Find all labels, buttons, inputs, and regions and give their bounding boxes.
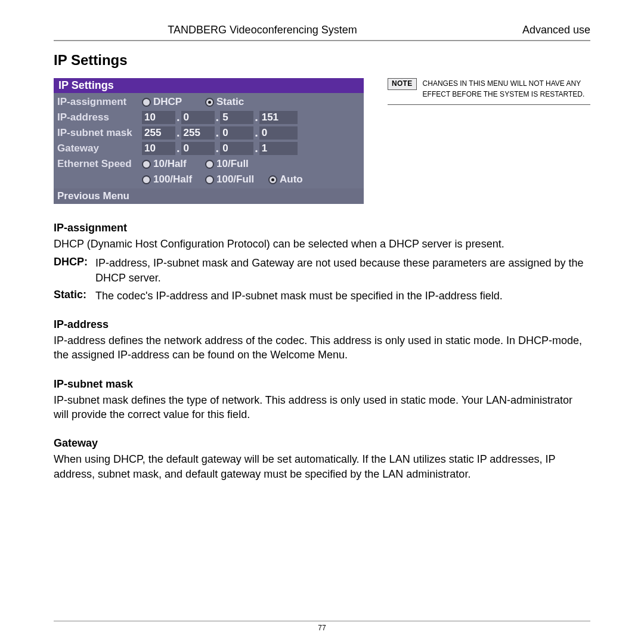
row-ip-address: IP-address 10 . 0 . 5 . 151 <box>57 110 360 125</box>
radio-10-half[interactable]: 10/Half <box>142 158 202 170</box>
radio-label: 10/Half <box>153 158 187 170</box>
radio-10-full[interactable]: 10/Full <box>205 158 265 170</box>
dot-separator: . <box>177 141 180 155</box>
dot-separator: . <box>216 110 219 124</box>
radio-dhcp[interactable]: DHCP <box>142 96 202 108</box>
para-ip-assignment: DHCP (Dynamic Host Configuration Protoco… <box>54 237 590 251</box>
heading-ip-address: IP-address <box>54 318 590 331</box>
row-gateway: Gateway 10 . 0 . 0 . 1 <box>57 141 360 156</box>
radio-auto[interactable]: Auto <box>268 174 304 185</box>
radio-icon <box>142 160 151 169</box>
label-gateway: Gateway <box>57 143 142 154</box>
dot-separator: . <box>255 141 258 155</box>
mask-octet-1[interactable]: 255 <box>142 126 175 140</box>
header-center: TANDBERG Videoconferencing System <box>54 24 471 36</box>
previous-menu-button[interactable]: Previous Menu <box>54 188 364 204</box>
body-text: IP-assignment DHCP (Dynamic Host Configu… <box>54 222 590 481</box>
radio-icon <box>205 160 214 169</box>
gw-octet-1[interactable]: 10 <box>142 142 175 155</box>
label-ip-address: IP-address <box>57 112 142 123</box>
ip-octet-4[interactable]: 151 <box>259 111 298 124</box>
dot-separator: . <box>216 126 219 140</box>
row-ip-assignment: IP-assignment DHCP Static <box>57 94 360 110</box>
radio-icon <box>205 98 214 107</box>
mask-octet-4[interactable]: 0 <box>259 126 298 140</box>
ip-octet-3[interactable]: 5 <box>220 111 253 124</box>
dot-separator: . <box>255 110 258 124</box>
ip-octet-2[interactable]: 0 <box>181 111 215 124</box>
gw-octet-4[interactable]: 1 <box>259 142 298 155</box>
key-dhcp: DHCP: <box>54 256 95 285</box>
label-eth-speed: Ethernet Speed <box>57 158 142 170</box>
mask-octet-2[interactable]: 255 <box>181 126 215 140</box>
page-title: IP Settings <box>54 52 590 69</box>
radio-label: Static <box>216 96 244 108</box>
key-static: Static: <box>54 289 95 303</box>
radio-static[interactable]: Static <box>205 96 265 108</box>
radio-label: 100/Half <box>153 174 192 185</box>
heading-gateway: Gateway <box>54 437 590 450</box>
radio-100-half[interactable]: 100/Half <box>142 174 202 185</box>
screenshot-title: IP Settings <box>54 78 364 93</box>
radio-label: 10/Full <box>216 158 249 170</box>
note-text: CHANGES IN THIS MENU WILL NOT HAVE ANY E… <box>423 78 590 100</box>
radio-label: Auto <box>280 174 303 185</box>
dot-separator: . <box>216 141 219 155</box>
dot-separator: . <box>255 126 258 140</box>
radio-icon <box>142 175 151 184</box>
dot-separator: . <box>177 126 180 140</box>
note-badge: NOTE <box>388 78 417 90</box>
label-subnet-mask: IP-subnet mask <box>57 127 142 139</box>
val-static: The codec's IP-address and IP-subnet mas… <box>95 289 590 303</box>
radio-label: DHCP <box>153 96 182 108</box>
heading-ip-assignment: IP-assignment <box>54 222 590 234</box>
para-gateway: When using DHCP, the default gateway wil… <box>54 452 590 481</box>
row-subnet-mask: IP-subnet mask 255 . 255 . 0 . 0 <box>57 125 360 141</box>
radio-100-full[interactable]: 100/Full <box>205 174 265 185</box>
page-number: 77 <box>318 624 326 632</box>
radio-icon <box>205 175 214 184</box>
para-subnet-mask: IP-subnet mask defines the type of netwo… <box>54 393 590 422</box>
row-eth-speed-2: 100/Half 100/Full Auto <box>57 172 360 187</box>
radio-label: 100/Full <box>216 174 254 185</box>
radio-icon <box>142 98 151 107</box>
mask-octet-3[interactable]: 0 <box>220 126 253 140</box>
ip-octet-1[interactable]: 10 <box>142 111 175 124</box>
page-header: TANDBERG Videoconferencing System Advanc… <box>54 24 590 41</box>
label-ip-assignment: IP-assignment <box>57 96 142 108</box>
ip-settings-screenshot: IP Settings IP-assignment DHCP Static <box>54 78 364 204</box>
para-ip-address: IP-address defines the network address o… <box>54 333 590 363</box>
gw-octet-3[interactable]: 0 <box>220 142 253 155</box>
heading-subnet-mask: IP-subnet mask <box>54 378 590 391</box>
dot-separator: . <box>177 110 180 124</box>
header-right: Advanced use <box>471 24 590 36</box>
radio-icon <box>268 175 277 184</box>
row-eth-speed-1: Ethernet Speed 10/Half 10/Full <box>57 156 360 172</box>
note-box: NOTE CHANGES IN THIS MENU WILL NOT HAVE … <box>388 78 590 105</box>
val-dhcp: IP-address, IP-subnet mask and Gateway a… <box>95 256 590 285</box>
gw-octet-2[interactable]: 0 <box>181 142 215 155</box>
page-footer: 77 <box>54 621 590 632</box>
